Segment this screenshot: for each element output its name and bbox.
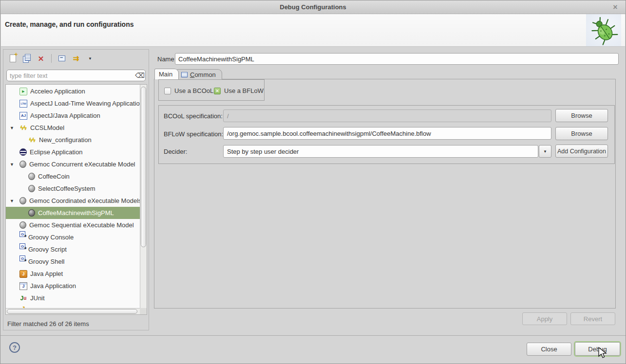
use-bflow-option[interactable]: Use a BFLoW xyxy=(214,87,264,94)
sidebar-toolbar: ✕ ⇉ ▼ xyxy=(3,50,149,67)
title-bar[interactable]: Debug Configurations × xyxy=(0,0,626,14)
tree-item-gemoc-coordinated[interactable]: ▼Gemoc Coordinated eXecutable Models xyxy=(6,195,140,207)
chevron-down-icon: ▼ xyxy=(88,56,92,61)
tree-item-aspectj-ltw[interactable]: AspectJ Load-Time Weaving Application xyxy=(6,97,140,109)
horizontal-scrollbar-thumb[interactable] xyxy=(7,309,137,314)
decider-label: Decider: xyxy=(164,148,187,155)
eclipse-icon xyxy=(19,148,27,156)
gemoc-icon xyxy=(19,197,26,204)
tree-item-label: CCSLModel xyxy=(30,124,64,131)
bcool-checkbox-label: Use a BCOoL xyxy=(174,87,213,94)
tree-item-junit-plugin-test[interactable]: JUnit Plug-in Test xyxy=(6,304,140,308)
tree-horizontal-scrollbar[interactable] xyxy=(6,308,140,314)
page-title: Create, manage, and run configurations xyxy=(5,20,134,28)
footer-separator xyxy=(0,335,626,336)
gemoc-icon xyxy=(28,185,35,192)
bcool-spec-label: BCOoL specification: xyxy=(164,112,223,120)
filter-status-text: Filter matched 26 of 26 items xyxy=(7,320,89,328)
clear-filter-icon[interactable]: ⌫ xyxy=(134,72,145,79)
tree-item-java-application[interactable]: Java Application xyxy=(6,280,140,292)
gemoc-icon xyxy=(28,173,35,180)
tab-common[interactable]: Common xyxy=(177,69,222,79)
bcool-spec-input xyxy=(223,109,551,122)
language-option-group: Use a BCOoL Use a BFLoW xyxy=(158,79,265,101)
bflow-spec-input[interactable] xyxy=(223,127,551,140)
tree-item-aspectj-java[interactable]: AspectJ/Java Application xyxy=(6,109,140,122)
delete-configuration-button[interactable]: ✕ xyxy=(36,54,46,63)
vertical-scrollbar-thumb[interactable] xyxy=(141,87,146,247)
tree-item-coffeemachinewithsigpml[interactable]: CoffeeMachinewithSigPML xyxy=(6,207,140,219)
revert-button[interactable]: Revert xyxy=(570,312,615,325)
collapse-all-icon xyxy=(58,55,65,61)
tree-item-acceleo-application[interactable]: Acceleo Application xyxy=(6,85,140,97)
duplicate-configuration-button[interactable] xyxy=(22,54,32,63)
toolbar-menu-button[interactable]: ▼ xyxy=(85,54,95,63)
bflow-checkbox[interactable] xyxy=(214,88,221,94)
delete-icon: ✕ xyxy=(38,55,44,62)
tree-item-label: SelectCoffeeSystem xyxy=(38,185,95,192)
tree-item-label: Gemoc Concurrent eXecutable Model xyxy=(29,161,135,168)
scrollbar-corner xyxy=(140,308,147,314)
add-configuration-button[interactable]: Add Configuration xyxy=(555,145,608,158)
tree-item-gemoc-concurrent[interactable]: ▼Gemoc Concurrent eXecutable Model xyxy=(6,158,140,170)
new-configuration-button[interactable] xyxy=(8,54,18,63)
expand-arrow-icon[interactable]: ▼ xyxy=(10,162,19,167)
tree-item-new-configuration[interactable]: New_configuration xyxy=(6,134,140,146)
duplicate-icon xyxy=(25,54,31,61)
tree-item-groovy-shell[interactable]: Groovy Shell xyxy=(6,255,140,268)
chevron-down-icon: ▼ xyxy=(543,149,547,154)
bflow-browse-button[interactable]: Browse xyxy=(555,127,608,140)
collapse-all-button[interactable] xyxy=(57,54,67,63)
groovy-icon xyxy=(19,231,25,237)
aspectj-ltw-icon xyxy=(19,100,27,108)
expand-arrow-icon[interactable]: ▼ xyxy=(10,199,19,203)
tree-item-eclipse-application[interactable]: Eclipse Application xyxy=(6,146,140,158)
debug-configurations-dialog: Debug Configurations × Create, manage, a… xyxy=(0,0,626,364)
apply-button[interactable]: Apply xyxy=(522,312,567,325)
tree-item-label: Groovy Console xyxy=(28,234,74,241)
bflow-spec-label: BFLoW specification: xyxy=(164,130,223,138)
filter-box: ⌫ xyxy=(6,70,146,81)
filter-input[interactable] xyxy=(7,72,134,79)
tree-item-groovy-script[interactable]: Groovy Script xyxy=(6,243,140,255)
tree-item-junit[interactable]: JUnit xyxy=(6,292,140,304)
tree-item-label: Groovy Script xyxy=(28,246,67,253)
close-button[interactable]: Close xyxy=(527,343,571,356)
tree-item-gemoc-sequential[interactable]: Gemoc Sequential eXecutable Model xyxy=(6,219,140,231)
tree-item-label: Java Applet xyxy=(30,270,63,277)
decider-dropdown-button[interactable]: ▼ xyxy=(539,145,551,158)
tree-item-ccslmodel[interactable]: ▼CCSLModel xyxy=(6,122,140,134)
configurations-sidebar: ✕ ⇉ ▼ ⌫ Acceleo Application AspectJ Load… xyxy=(3,49,149,330)
gemoc-icon xyxy=(19,221,26,229)
tab-main[interactable]: Main xyxy=(154,69,179,79)
tree-item-coffeecoin[interactable]: CoffeeCoin xyxy=(6,170,140,182)
tree-item-label: Acceleo Application xyxy=(30,88,85,95)
tree-item-label: New_configuration xyxy=(39,136,92,144)
tree-item-java-applet[interactable]: Java Applet xyxy=(6,268,140,280)
acceleo-icon xyxy=(19,88,27,95)
tree-item-label: Java Application xyxy=(30,282,76,290)
name-input[interactable] xyxy=(175,53,619,65)
tree-item-groovy-console[interactable]: Groovy Console xyxy=(6,231,140,243)
tree-item-label: CoffeeMachinewithSigPML xyxy=(38,209,114,217)
expand-arrow-icon[interactable]: ▼ xyxy=(10,126,19,130)
tree-item-selectcoffeesystem[interactable]: SelectCoffeeSystem xyxy=(6,182,140,195)
gemoc-icon xyxy=(19,161,26,168)
bcool-browse-button[interactable]: Browse xyxy=(555,109,608,122)
filter-launch-button[interactable]: ⇉ xyxy=(71,54,81,63)
decider-combo-input[interactable] xyxy=(223,145,538,158)
window-close-icon[interactable]: × xyxy=(610,2,621,13)
bug-icon xyxy=(584,11,624,50)
name-label: Name: xyxy=(157,55,176,63)
filter-icon: ⇉ xyxy=(73,54,79,63)
tab-label: Main xyxy=(159,71,172,78)
tree-vertical-scrollbar[interactable] xyxy=(140,85,147,308)
tree-rows: Acceleo Application AspectJ Load-Time We… xyxy=(6,85,140,308)
configurations-tree: Acceleo Application AspectJ Load-Time We… xyxy=(5,84,147,315)
ccsl-icon xyxy=(19,124,27,132)
mouse-cursor xyxy=(598,347,608,359)
help-button[interactable]: ? xyxy=(9,342,20,353)
bcool-checkbox[interactable] xyxy=(164,88,171,94)
use-bcool-option[interactable]: Use a BCOoL xyxy=(164,87,213,94)
debug-bug-image xyxy=(586,14,621,46)
